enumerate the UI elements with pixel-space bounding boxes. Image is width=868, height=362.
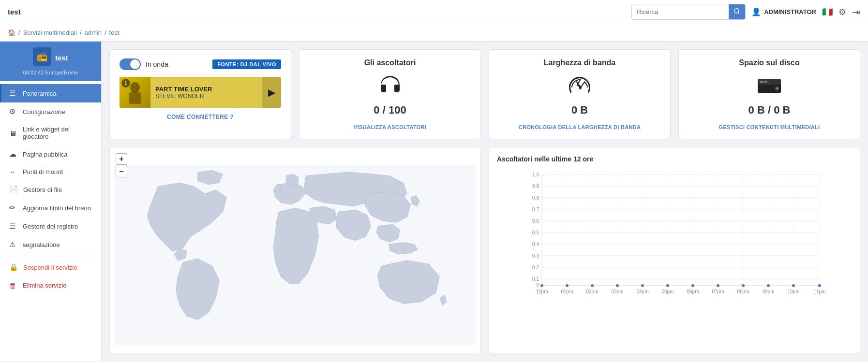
svg-point-55 [717,284,719,287]
list-icon: ☰ [9,222,18,231]
bandwidth-link[interactable]: CRONOLOGIA DELLA LARGHEZZA DI BANDA [499,124,660,130]
on-air-label: In onda [146,60,168,68]
svg-rect-5 [129,92,141,104]
alert-icon: ⚠ [9,240,18,249]
svg-text:01pm: 01pm [561,289,573,294]
chart-area: 1.0 0.9 0.8 0.7 0.6 0.5 0.4 0.3 0.2 0.1 … [497,170,852,295]
listeners-link[interactable]: VISUALIZZA ASCOLTATORI [309,124,471,130]
listeners-value: 0 / 100 [309,104,471,116]
svg-point-48 [540,284,543,287]
svg-point-12 [776,87,778,89]
svg-point-50 [591,284,594,287]
disk-icon [688,74,850,99]
map-zoom-in[interactable]: + [116,153,127,165]
mount-icon: ↔ [9,168,18,175]
nav-user[interactable]: 👤 ADMINISTRATOR [751,7,816,16]
svg-text:05pm: 05pm [661,289,673,294]
svg-point-51 [616,284,619,287]
svg-point-56 [742,284,745,287]
disk-card: Spazio sul disco 0 B / 0 B GESTISCI CONT… [678,49,860,139]
file-icon: 📄 [9,185,18,194]
home-icon[interactable]: 🏠 [8,29,15,36]
sidebar-item-segnalazione[interactable]: ⚠ segnalazione [0,235,101,254]
svg-text:0: 0 [536,282,539,288]
svg-text:0.2: 0.2 [532,265,539,270]
headphones-icon [309,74,471,99]
player-thumbnail: 1 [120,77,150,108]
menu-icon: ☰ [9,89,18,98]
sidebar-item-elimina[interactable]: 🗑 Elimina servizio [0,276,101,294]
edit-icon: ✏ [9,203,18,212]
sidebar-item-gestore-registro[interactable]: ☰ Gestore del registro [0,217,101,235]
on-air-toggle[interactable] [120,58,141,70]
svg-text:03pm: 03pm [611,289,623,294]
chart-title: Ascoltatori nelle ultime 12 ore [497,155,852,163]
play-button[interactable]: ▶ [262,77,281,108]
player-info: PART TIME LOVER STEVIE WONDER [150,86,262,100]
bottom-row: + − [109,147,860,353]
fonte-badge: FONTE: DJ DAL VIVO [212,59,281,69]
track-number: 1 [121,79,130,87]
topnav: test 👤 ADMINISTRATOR 🇮🇹 ⚙ ⇥ [0,0,868,24]
breadcrumb: 🏠 / Servizi multimediali / admin / test [0,24,868,42]
listeners-card: Gli ascoltatori 0 / 100 VISUALIZZA ASCOL… [299,49,481,139]
svg-point-0 [734,9,739,13]
svg-text:11pm: 11pm [813,289,825,294]
svg-text:10pm: 10pm [787,289,799,294]
app-title: test [8,8,21,16]
sidebar-item-punti-mount[interactable]: ↔ Punti di mount [0,163,101,180]
svg-text:0.7: 0.7 [532,207,539,212]
on-air-card: In onda FONTE: DJ DAL VIVO 1 [109,49,291,139]
world-map [110,147,480,353]
breadcrumb-test[interactable]: test [109,29,120,36]
cloud-icon: ☁ [9,150,18,159]
sidebar-item-panoramica[interactable]: ☰ Panoramica [0,84,101,102]
sidebar-item-gestore-file[interactable]: 📄 Gestore di file [0,180,101,199]
svg-rect-10 [764,81,767,83]
sidebar-item-sospendi[interactable]: 🔒 Sospendi il servizio [0,258,101,276]
svg-text:0.3: 0.3 [532,253,539,259]
main-content: In onda FONTE: DJ DAL VIVO 1 [102,42,868,361]
sidebar-item-pagina-pubblica[interactable]: ☁ Pagina pubblica [0,145,101,163]
svg-text:0.5: 0.5 [532,230,539,235]
svg-point-59 [818,284,821,287]
disk-link[interactable]: GESTISCI CONTENUTI MULTIMEDIALI [688,124,850,130]
svg-text:0.4: 0.4 [532,242,539,247]
logout-icon[interactable]: ⇥ [852,6,860,18]
map-card: + − [109,147,481,353]
breadcrumb-servizi[interactable]: Servizi multimediali [23,29,77,36]
svg-point-52 [641,284,644,287]
cards-row: In onda FONTE: DJ DAL VIVO 1 [109,49,860,139]
svg-text:0.8: 0.8 [532,195,539,201]
search-input[interactable] [632,5,729,18]
language-flag[interactable]: 🇮🇹 [822,7,833,17]
bandwidth-value: 0 B [499,104,660,116]
layout: 📻 test 00:02:42 Europe/Rome ☰ Panoramica… [0,42,868,361]
listeners-title: Gli ascoltatori [309,58,471,67]
map-controls: + − [116,153,127,177]
track-artist: STEVIE WONDER [155,93,257,100]
sidebar-item-configurazione[interactable]: ⚙ Configurazione [0,102,101,121]
station-time: 00:02:42 Europe/Rome [23,70,78,75]
search-box [631,4,746,20]
speedometer-icon [499,74,660,99]
map-zoom-out[interactable]: − [116,166,127,177]
breadcrumb-admin[interactable]: admin [85,29,102,36]
lock-icon: 🔒 [9,263,18,272]
come-connettere-link[interactable]: COME CONNETTERE ? [120,114,281,120]
settings-icon[interactable]: ⚙ [838,7,846,17]
chart-card: Ascoltatori nelle ultime 12 ore 1.0 0.9 … [489,147,860,353]
disk-title: Spazio sul disco [688,58,850,67]
bandwidth-title: Larghezza di banda [499,58,660,67]
toggle-knob [130,59,140,69]
sidebar-divider [0,256,101,256]
sidebar-item-aggiorna-titolo[interactable]: ✏ Aggiorna titolo del brano [0,199,101,217]
svg-text:02pm: 02pm [586,289,598,294]
chart-svg: 1.0 0.9 0.8 0.7 0.6 0.5 0.4 0.3 0.2 0.1 … [497,170,852,295]
svg-text:09pm: 09pm [762,289,774,294]
sidebar-item-link-widget[interactable]: 🖥 Link e widget del giocatore [0,121,101,145]
svg-text:0.6: 0.6 [532,218,539,224]
search-button[interactable] [729,4,745,19]
svg-text:1.0: 1.0 [532,172,539,177]
user-icon: 👤 [751,7,761,16]
